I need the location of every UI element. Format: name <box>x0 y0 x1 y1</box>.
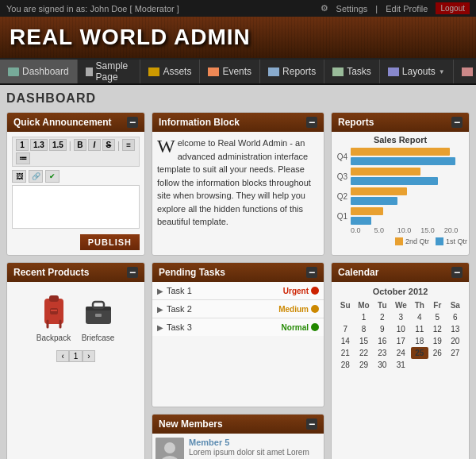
pending-tasks-title: Pending Tasks <box>159 267 225 278</box>
information-block-header: Information Block − <box>152 113 324 132</box>
cal-day-18[interactable]: 18 <box>411 335 428 347</box>
cal-day-12[interactable]: 12 <box>428 323 446 335</box>
task-2-badge: Medium <box>278 305 319 314</box>
cal-day-29[interactable]: 29 <box>354 359 373 371</box>
chart-title: Sales Report <box>333 135 467 145</box>
nav-sample-page[interactable]: Sample Page <box>78 60 141 83</box>
reports-collapse[interactable]: − <box>451 117 463 128</box>
cal-day-19[interactable]: 19 <box>428 335 446 347</box>
recent-products-body: Backpack Briefcase <box>7 282 144 367</box>
font-size-15[interactable]: 1.5 <box>49 139 67 151</box>
cal-day-14[interactable]: 14 <box>336 335 354 347</box>
italic-btn[interactable]: I <box>88 139 101 151</box>
cal-day-11[interactable]: 11 <box>411 323 428 335</box>
cal-day-5[interactable]: 5 <box>428 311 446 323</box>
cal-day-10[interactable]: 10 <box>391 323 411 335</box>
font-size-1[interactable]: 1 <box>16 139 29 151</box>
new-members-body: Member 5 Lorem ipsum dolor sit amet Lore… <box>152 434 324 460</box>
cal-day-25-today[interactable]: 25 <box>411 347 428 359</box>
cal-day-20[interactable]: 20 <box>447 335 464 347</box>
nav-layouts-label: Layouts <box>402 66 436 77</box>
cal-empty-3 <box>447 359 464 371</box>
bold-btn[interactable]: B <box>74 139 86 151</box>
quick-announcement-body: 1 1.3 1.5 | B I S | ≡ ≔ 🖼 🔗 ✔ <box>7 132 144 255</box>
settings-link[interactable]: Settings <box>336 4 368 14</box>
cal-th-tu: Tu <box>374 299 391 311</box>
qa-extra-tools: 🖼 🔗 ✔ <box>12 170 140 183</box>
product-backpack: Backpack <box>34 291 74 342</box>
backpack-icon <box>35 292 73 330</box>
settings-icon: ⚙ <box>321 3 328 14</box>
cal-day-7[interactable]: 7 <box>336 323 354 335</box>
cal-day-17[interactable]: 17 <box>391 335 411 347</box>
cal-day-2[interactable]: 2 <box>374 311 391 323</box>
cal-day-24[interactable]: 24 <box>391 347 411 359</box>
new-members-collapse[interactable]: − <box>306 418 317 430</box>
cal-day-23[interactable]: 23 <box>374 347 391 359</box>
task-2-priority: Medium <box>278 305 309 314</box>
img-btn[interactable]: 🖼 <box>12 170 26 183</box>
nav-tasks[interactable]: Tasks <box>324 60 380 83</box>
information-block-collapse[interactable]: − <box>306 117 317 128</box>
nav-dashboard[interactable]: Dashboard <box>0 60 78 83</box>
publish-button[interactable]: PUBLISH <box>80 234 140 250</box>
nav-reports[interactable]: Reports <box>260 60 324 83</box>
cal-day-4[interactable]: 4 <box>411 311 428 323</box>
cal-th-we: We <box>391 299 411 311</box>
cal-day-26[interactable]: 26 <box>428 347 446 359</box>
calendar-collapse[interactable]: − <box>451 267 463 278</box>
cal-day-1[interactable]: 1 <box>354 311 373 323</box>
ul-btn[interactable]: ≡ <box>122 139 135 151</box>
recent-products-collapse[interactable]: − <box>127 267 138 278</box>
cal-day-27[interactable]: 27 <box>447 347 464 359</box>
cal-week-5: 28 29 30 31 <box>336 359 464 371</box>
cal-th-sa: Sa <box>447 299 464 311</box>
content-area: DASHBOARD Quick Announcement − 1 1.3 1.5… <box>0 85 476 459</box>
check-btn[interactable]: ✔ <box>45 170 60 183</box>
nav-layouts[interactable]: Layouts ▼ <box>380 60 454 83</box>
cal-th-mo: Mo <box>354 299 373 311</box>
page-icon <box>86 68 93 76</box>
cal-day-6[interactable]: 6 <box>447 311 464 323</box>
nav-assets[interactable]: Assets <box>140 60 200 83</box>
quick-announcement-collapse[interactable]: − <box>127 117 138 128</box>
member-5-name[interactable]: Member 5 <box>189 438 321 447</box>
task-1: ▶ Task 1 Urgent <box>152 282 324 300</box>
cal-day-16[interactable]: 16 <box>374 335 391 347</box>
cal-day-15[interactable]: 15 <box>354 335 373 347</box>
calendar-tbody: 1 2 3 4 5 6 7 8 9 10 11 <box>336 311 464 371</box>
ol-btn[interactable]: ≔ <box>16 152 30 164</box>
nav-themes[interactable]: Themes ▼ <box>454 60 476 83</box>
cal-day-13[interactable]: 13 <box>447 323 464 335</box>
edit-profile-link[interactable]: Edit Profile <box>386 4 428 14</box>
cal-day-22[interactable]: 22 <box>354 347 373 359</box>
font-size-13[interactable]: 1.3 <box>30 139 48 151</box>
product-pagination: ‹ 1 › <box>12 350 140 362</box>
pending-tasks-collapse[interactable]: − <box>306 267 317 278</box>
nav-events-label: Events <box>222 66 251 77</box>
strikethrough-btn[interactable]: S <box>102 139 115 151</box>
nav-events[interactable]: Events <box>200 60 260 83</box>
logout-button[interactable]: Logout <box>436 2 470 14</box>
layouts-icon <box>388 68 399 76</box>
x-tick-15: 15.0 <box>420 226 443 234</box>
pagination-prev[interactable]: ‹ <box>56 350 68 362</box>
cal-day-21[interactable]: 21 <box>336 347 354 359</box>
pagination-current[interactable]: 1 <box>69 350 83 362</box>
chart-area: Q4 Q3 <box>333 148 467 225</box>
cal-day-31[interactable]: 31 <box>391 359 411 371</box>
link-btn[interactable]: 🔗 <box>29 170 43 183</box>
cal-day-8[interactable]: 8 <box>354 323 373 335</box>
cal-day-28[interactable]: 28 <box>336 359 354 371</box>
task-2-left: ▶ Task 2 <box>157 304 192 314</box>
dashboard-icon <box>8 68 19 76</box>
bar-q2-2nd <box>351 187 407 195</box>
calendar-thead: Su Mo Tu We Th Fr Sa <box>336 299 464 311</box>
member-5-text: Lorem ipsum dolor sit amet Lorem ipsum d… <box>189 447 321 460</box>
cal-day-3[interactable]: 3 <box>391 311 411 323</box>
cal-day-30[interactable]: 30 <box>374 359 391 371</box>
cal-day-9[interactable]: 9 <box>374 323 391 335</box>
announcement-textarea[interactable] <box>12 185 140 229</box>
legend-1st-qtr: 1st Qtr <box>436 237 467 245</box>
pagination-next[interactable]: › <box>83 350 94 362</box>
